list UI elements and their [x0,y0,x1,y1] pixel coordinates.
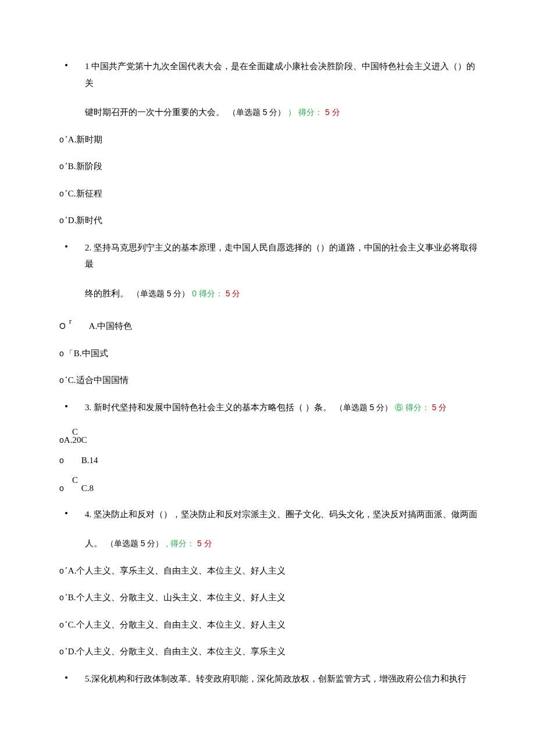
option-label: A.个人主义、享乐主义、自由主义、本位主义、好人主义 [68,566,286,575]
option-label: B.新阶段 [68,162,102,171]
option-label: D.新时代 [68,216,103,225]
question-1: 1 中国共产党第十九次全国代表大会，是在全面建成小康社会决胜阶段、中国特色社会主… [52,58,483,229]
question-meta: （单选题 5 分） 0 得分： 5 分 [132,289,241,298]
option-c: oʹC.适合中国国情 [52,372,483,389]
bullet-icon [65,676,67,679]
question-meta: （单选题 5 分） ⑥ 得分： 5 分 [335,403,447,412]
option-mark: o [59,483,64,493]
bullet-icon [65,245,67,248]
question-number: 3. [85,403,91,412]
option-mark: O [59,318,66,334]
option-label: A.20C [64,432,87,449]
question-text-2: 键时期召开的一次十分重要的大会。 [85,108,224,117]
option-a: C oA.20C [59,424,483,449]
option-d: oʹD.新时代 [52,212,483,229]
score-label: 得分： [199,289,223,298]
score-value: 5 分 [325,108,340,117]
option-mark: o [59,620,64,629]
question-stem-continue: 键时期召开的一次十分重要的大会。 （单选题 5 分） ） 得分： 5 分 [52,104,483,121]
option-sym: ʹ [65,372,67,388]
option-mark: o [59,435,64,445]
option-label: C.新征程 [68,189,102,198]
option-mark: o [59,375,64,385]
option-label: A.中国特色 [89,318,133,335]
question-text: 中国共产党第十九次全国代表大会，是在全面建成小康社会决胜阶段、中国特色社会主义进… [85,62,475,88]
score-label: 得分： [298,108,323,117]
question-2: 2. 坚持马克思列宁主义的基本原理，走中国人民自愿选择的（）的道路，中国的社会主… [52,239,483,389]
question-number: 4. [85,510,91,519]
meta-type: （单选题 5 分） [335,403,393,412]
option-mark: o [59,566,64,575]
option-a: O r A.中国特色 [52,314,483,335]
question-number: 2. [85,243,91,252]
option-top-c: C [59,424,483,432]
option-label: C.个人主义、分散主义、自由主义、本位主义、好人主义 [68,620,286,629]
option-sym: ʹ [65,644,67,660]
question-stem: 1 中国共产党第十九次全国代表大会，是在全面建成小康社会决胜阶段、中国特色社会主… [52,58,483,91]
question-number: 1 [85,62,90,71]
option-label: B.中国式 [74,349,108,358]
option-mark: o [59,162,64,171]
question-number: 5. [85,674,91,683]
question-stem-continue: 人。 （单选题 5 分） , 得分： 5 分 [52,535,483,552]
option-label: B.个人主义、分散主义、山头主义、本位主义、好人主义 [68,593,286,602]
option-b: oʹB.个人主义、分散主义、山头主义、本位主义、好人主义 [52,589,483,606]
question-stem: 2. 坚持马克思列宁主义的基本原理，走中国人民自愿选择的（）的道路，中国的社会主… [52,239,483,273]
option-c: oʹC.个人主义、分散主义、自由主义、本位主义、好人主义 [52,617,483,633]
option-label: A.新时期 [68,135,103,144]
option-mark: o [59,135,64,144]
option-sym: ʹ [65,159,67,174]
score-label: 得分： [405,403,430,412]
option-sym: r [69,314,72,329]
option-sym: ʹ [65,563,67,579]
question-stem: 3. 新时代坚持和发展中国特色社会主义的基本方略包括（ ）条。 （单选题 5 分… [52,399,483,416]
score-sep: , [166,539,168,548]
score-value: 5 分 [197,539,212,548]
document-page: 1 中国共产党第十九次全国代表大会，是在全面建成小康社会决胜阶段、中国特色社会主… [0,0,535,716]
question-text: 坚持马克思列宁主义的基本原理，走中国人民自愿选择的（）的道路，中国的社会主义事业… [85,243,477,269]
score-value: 5 分 [432,403,447,412]
question-meta: （单选题 5 分） , 得分： 5 分 [106,539,212,548]
meta-type: （单选题 5 分） [132,289,190,298]
option-sym: ʹ [65,590,67,605]
option-b: oB.14 [59,452,483,469]
option-c: oʹC.新征程 [52,185,483,202]
option-mark: o [59,349,64,358]
question-text: 坚决防止和反对（），坚决防止和反对宗派主义、圈子文化、码头文化，坚决反对搞两面派… [94,510,477,519]
option-label: B.14 [81,452,98,469]
bullet-icon [65,512,67,514]
option-mark: o [59,456,64,465]
option-b: o「B.中国式 [52,345,483,362]
option-label: C.8 [81,480,94,497]
question-text: 新时代坚持和发展中国特色社会主义的基本方略包括（ ）条。 [94,403,331,412]
score-sep: 0 [192,289,197,298]
option-mark: o [59,216,64,225]
question-text-2: 人。 [85,539,102,548]
question-stem-continue: 终的胜利。 （单选题 5 分） 0 得分： 5 分 [52,285,483,302]
option-sym: 「 [65,346,73,361]
meta-type: （单选题 5 分） [106,539,164,548]
option-mark: o [59,593,64,602]
question-4: 4. 坚决防止和反对（），坚决防止和反对宗派主义、圈子文化、码头文化，坚决反对搞… [52,506,483,660]
option-c: C oC.8 [59,472,483,497]
score-value: 5 分 [226,289,241,298]
bullet-icon [65,405,67,407]
option-sym: ʹ [65,617,67,633]
option-sym: ʹ [65,213,67,228]
option-top-c: C [59,472,483,480]
question-text: 深化机构和行政体制改革。转变政府职能，深化简政放权，创新监管方式，增强政府公信力… [91,674,466,683]
question-5: 5.深化机构和行政体制改革。转变政府职能，深化简政放权，创新监管方式，增强政府公… [52,671,483,687]
score-sep: ⑥ [395,403,403,412]
question-meta: （单选题 5 分） ） 得分： 5 分 [228,108,340,117]
option-a: oʹA.个人主义、享乐主义、自由主义、本位主义、好人主义 [52,562,483,579]
option-mark: o [59,189,64,198]
question-text-2: 终的胜利。 [85,289,129,298]
meta-type: （单选题 5 分） [228,108,286,117]
option-mark: o [59,647,64,656]
option-label: C.适合中国国情 [68,375,129,385]
bullet-icon [65,64,67,66]
option-d: oʹD.个人主义、分散主义、自由主义、本位主义、享乐主义 [52,643,483,660]
option-sym: ʹ [65,132,67,148]
option-b: oʹB.新阶段 [52,158,483,175]
option-sym: ʹ [65,186,67,202]
